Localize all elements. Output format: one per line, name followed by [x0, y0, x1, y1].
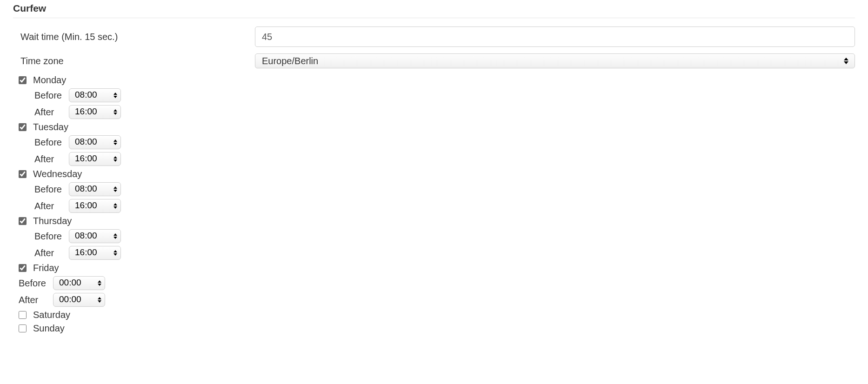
day-name-label: Tuesday: [33, 122, 68, 132]
after-time-select-friday[interactable]: 00:00: [53, 293, 105, 307]
day-name-label: Friday: [33, 263, 59, 273]
curfew-settings-panel: Curfew Wait time (Min. 15 sec.) Time zon…: [0, 0, 868, 346]
day-checkbox-tuesday[interactable]: [19, 123, 27, 131]
day-header: Wednesday: [19, 169, 855, 179]
before-label: Before: [19, 278, 48, 289]
before-label: Before: [34, 184, 64, 195]
after-row: After16:00: [34, 105, 855, 119]
before-time-select-wednesday[interactable]: 08:00: [69, 182, 121, 196]
day-header: Monday: [19, 75, 855, 86]
day-thursday: ThursdayBefore08:00After16:00: [19, 216, 855, 260]
day-checkbox-sunday[interactable]: [19, 324, 27, 332]
before-label: Before: [34, 231, 64, 242]
day-name-label: Monday: [33, 75, 66, 86]
day-header: Sunday: [19, 323, 855, 334]
day-tuesday: TuesdayBefore08:00After16:00: [19, 122, 855, 166]
day-sunday: Sunday: [19, 323, 855, 334]
day-saturday: Saturday: [19, 310, 855, 320]
day-monday: MondayBefore08:00After16:00: [19, 75, 855, 119]
time-rows: Before08:00After16:00: [19, 182, 855, 213]
before-row: Before08:00: [34, 182, 855, 196]
day-name-label: Wednesday: [33, 169, 82, 179]
days-list: MondayBefore08:00After16:00TuesdayBefore…: [13, 75, 855, 334]
wait-time-input[interactable]: [255, 26, 855, 47]
day-wednesday: WednesdayBefore08:00After16:00: [19, 169, 855, 213]
before-label: Before: [34, 137, 64, 148]
time-zone-label: Time zone: [13, 56, 246, 66]
day-checkbox-saturday[interactable]: [19, 311, 27, 319]
time-rows: Before08:00After16:00: [19, 135, 855, 166]
time-rows: Before08:00After16:00: [19, 88, 855, 119]
time-zone-select[interactable]: Europe/Berlin: [255, 53, 855, 68]
day-checkbox-friday[interactable]: [19, 264, 27, 272]
after-time-select-monday[interactable]: 16:00: [69, 105, 121, 119]
after-time-select-tuesday[interactable]: 16:00: [69, 152, 121, 166]
after-row: After16:00: [34, 199, 855, 213]
after-label: After: [19, 295, 48, 305]
after-label: After: [34, 248, 64, 258]
after-time-select-wednesday[interactable]: 16:00: [69, 199, 121, 213]
after-row: After00:00: [19, 293, 855, 307]
after-label: After: [34, 201, 64, 212]
before-row: Before08:00: [34, 229, 855, 243]
before-time-select-monday[interactable]: 08:00: [69, 88, 121, 102]
after-row: After16:00: [34, 152, 855, 166]
time-rows: Before00:00After00:00: [19, 276, 855, 307]
before-label: Before: [34, 90, 64, 101]
day-name-label: Sunday: [33, 323, 65, 334]
day-friday: FridayBefore00:00After00:00: [19, 263, 855, 307]
day-header: Thursday: [19, 216, 855, 226]
day-checkbox-thursday[interactable]: [19, 217, 27, 225]
day-name-label: Thursday: [33, 216, 72, 226]
time-zone-row: Time zone Europe/Berlin: [13, 53, 855, 68]
day-checkbox-wednesday[interactable]: [19, 170, 27, 178]
after-row: After16:00: [34, 246, 855, 260]
day-checkbox-monday[interactable]: [19, 76, 27, 84]
before-row: Before08:00: [34, 135, 855, 149]
before-time-select-tuesday[interactable]: 08:00: [69, 135, 121, 149]
day-header: Tuesday: [19, 122, 855, 132]
time-rows: Before08:00After16:00: [19, 229, 855, 260]
day-header: Saturday: [19, 310, 855, 320]
wait-time-label: Wait time (Min. 15 sec.): [13, 32, 246, 42]
after-label: After: [34, 154, 64, 165]
after-time-select-thursday[interactable]: 16:00: [69, 246, 121, 260]
before-row: Before00:00: [19, 276, 855, 290]
before-row: Before08:00: [34, 88, 855, 102]
before-time-select-friday[interactable]: 00:00: [53, 276, 105, 290]
after-label: After: [34, 107, 64, 118]
before-time-select-thursday[interactable]: 08:00: [69, 229, 121, 243]
wait-time-row: Wait time (Min. 15 sec.): [13, 26, 855, 47]
day-header: Friday: [19, 263, 855, 273]
day-name-label: Saturday: [33, 310, 70, 320]
section-title: Curfew: [13, 3, 855, 18]
